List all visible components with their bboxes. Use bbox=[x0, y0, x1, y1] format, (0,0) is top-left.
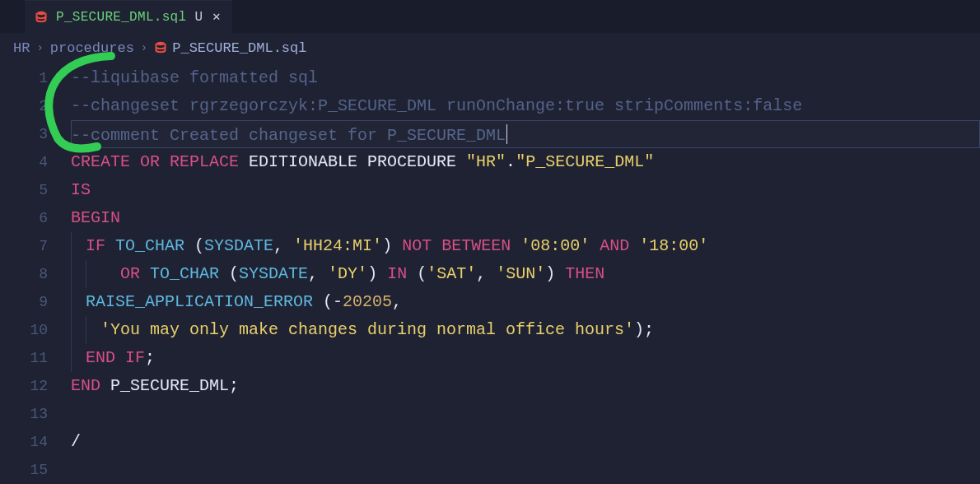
tab-bar: P_SECURE_DML.sql U ✕ bbox=[0, 0, 980, 33]
text-cursor bbox=[506, 124, 507, 144]
code-line[interactable]: 11END IF; bbox=[0, 344, 980, 372]
editor-tab[interactable]: P_SECURE_DML.sql U ✕ bbox=[25, 0, 232, 33]
code-editor[interactable]: 1--liquibase formatted sql2--changeset r… bbox=[0, 63, 980, 484]
code-content[interactable]: END P_SECURE_DML; bbox=[71, 372, 980, 400]
code-content[interactable]: --liquibase formatted sql bbox=[71, 64, 980, 92]
line-number: 4 bbox=[0, 148, 71, 176]
line-number: 9 bbox=[0, 288, 71, 316]
code-line[interactable]: 6BEGIN bbox=[0, 204, 980, 232]
code-content[interactable]: RAISE_APPLICATION_ERROR (-20205, bbox=[71, 288, 980, 316]
line-number: 11 bbox=[0, 344, 71, 372]
database-icon bbox=[35, 11, 48, 24]
code-content[interactable]: --comment Created changeset for P_SECURE… bbox=[71, 120, 980, 150]
code-line[interactable]: 3--comment Created changeset for P_SECUR… bbox=[0, 120, 980, 148]
line-number: 2 bbox=[0, 92, 71, 120]
code-line[interactable]: 13 bbox=[0, 400, 980, 428]
svg-point-0 bbox=[37, 11, 46, 14]
code-content[interactable]: BEGIN bbox=[71, 204, 980, 232]
code-content[interactable]: IF TO_CHAR (SYSDATE, 'HH24:MI') NOT BETW… bbox=[71, 232, 980, 260]
code-line[interactable]: 8 OR TO_CHAR (SYSDATE, 'DY') IN ('SAT', … bbox=[0, 260, 980, 288]
database-icon bbox=[154, 41, 167, 54]
code-line[interactable]: 15 bbox=[0, 456, 980, 484]
code-line[interactable]: 9RAISE_APPLICATION_ERROR (-20205, bbox=[0, 288, 980, 316]
chevron-right-icon: › bbox=[35, 41, 44, 54]
line-number: 8 bbox=[0, 260, 71, 288]
code-content[interactable]: OR TO_CHAR (SYSDATE, 'DY') IN ('SAT', 'S… bbox=[71, 260, 980, 288]
line-number: 7 bbox=[0, 232, 71, 260]
line-number: 1 bbox=[0, 64, 71, 92]
code-line[interactable]: 14/ bbox=[0, 428, 980, 456]
tab-modified-indicator: U bbox=[194, 10, 203, 25]
breadcrumb-item-procedures[interactable]: procedures bbox=[50, 40, 134, 56]
line-number: 10 bbox=[0, 316, 71, 344]
breadcrumb-item-file[interactable]: P_SECURE_DML.sql bbox=[172, 40, 306, 56]
code-content[interactable]: / bbox=[71, 428, 980, 456]
code-line[interactable]: 12END P_SECURE_DML; bbox=[0, 372, 980, 400]
chevron-right-icon: › bbox=[139, 41, 149, 54]
line-number: 12 bbox=[0, 372, 71, 400]
line-number: 6 bbox=[0, 204, 71, 232]
code-line[interactable]: 7IF TO_CHAR (SYSDATE, 'HH24:MI') NOT BET… bbox=[0, 232, 980, 260]
close-icon[interactable]: ✕ bbox=[211, 9, 222, 26]
line-number: 13 bbox=[0, 400, 71, 428]
code-content[interactable]: CREATE OR REPLACE EDITIONABLE PROCEDURE … bbox=[71, 148, 980, 176]
code-line[interactable]: 10'You may only make changes during norm… bbox=[0, 316, 980, 344]
svg-point-1 bbox=[156, 42, 166, 45]
breadcrumb-item-hr[interactable]: HR bbox=[13, 40, 30, 56]
code-line[interactable]: 5IS bbox=[0, 176, 980, 204]
code-line[interactable]: 1--liquibase formatted sql bbox=[0, 64, 980, 92]
line-number: 14 bbox=[0, 428, 71, 456]
code-line[interactable]: 2--changeset rgrzegorczyk:P_SECURE_DML r… bbox=[0, 92, 980, 120]
breadcrumb: HR › procedures › P_SECURE_DML.sql bbox=[0, 33, 980, 63]
code-content[interactable]: --changeset rgrzegorczyk:P_SECURE_DML ru… bbox=[71, 92, 980, 120]
tab-title: P_SECURE_DML.sql bbox=[56, 10, 186, 25]
code-line[interactable]: 4CREATE OR REPLACE EDITIONABLE PROCEDURE… bbox=[0, 148, 980, 176]
code-content[interactable]: IS bbox=[71, 176, 980, 204]
line-number: 15 bbox=[0, 456, 71, 484]
app-root: { "tab": { "title": "P_SECURE_DML.sql", … bbox=[0, 0, 980, 484]
line-number: 3 bbox=[0, 120, 71, 148]
code-content[interactable]: 'You may only make changes during normal… bbox=[71, 316, 980, 344]
code-content[interactable]: END IF; bbox=[71, 344, 980, 372]
line-number: 5 bbox=[0, 176, 71, 204]
